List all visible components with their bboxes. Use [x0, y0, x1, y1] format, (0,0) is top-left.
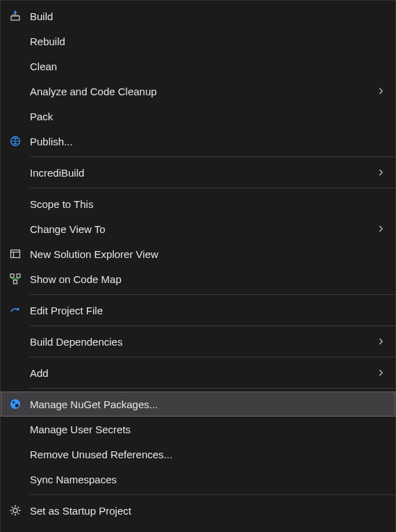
menu-separator: [30, 388, 395, 389]
menu-separator: [30, 156, 395, 157]
menu-item-manage-user-secrets[interactable]: Manage User Secrets: [1, 417, 395, 442]
window-icon: [1, 248, 30, 260]
menu-item-pack[interactable]: Pack: [1, 104, 395, 129]
menu-item-label: IncrediBuild: [30, 167, 374, 179]
menu-item-rebuild[interactable]: Rebuild: [1, 29, 395, 54]
menu-item-label: Pack: [30, 111, 374, 122]
menu-item-label: Edit Project File: [30, 305, 374, 316]
menu-item-sync-namespaces[interactable]: Sync Namespaces: [1, 467, 395, 492]
chevron-right-icon: [374, 366, 388, 379]
edit-icon: [1, 304, 30, 316]
menu-item-remove-unused-references[interactable]: Remove Unused References...: [1, 442, 395, 467]
menu-item-build[interactable]: Build: [1, 3, 395, 29]
menu-item-label: Clean: [30, 61, 374, 72]
menu-item-show-on-code-map[interactable]: Show on Code Map: [1, 266, 395, 291]
menu-item-label: Manage NuGet Packages...: [30, 398, 374, 410]
codemap-icon: [1, 273, 30, 285]
chevron-right-icon: [374, 85, 388, 97]
menu-item-edit-project-file[interactable]: Edit Project File: [1, 298, 395, 323]
menu-separator: [30, 357, 395, 357]
build-icon: [1, 10, 30, 22]
menu-item-publish[interactable]: Publish...: [1, 129, 395, 154]
menu-item-set-as-startup-project[interactable]: Set as Startup Project: [1, 498, 395, 523]
chevron-right-icon: [374, 335, 388, 348]
menu-item-label: Analyze and Code Cleanup: [30, 86, 374, 97]
menu-item-label: Show on Code Map: [30, 273, 374, 285]
publish-icon: [1, 135, 30, 147]
nuget-icon: [1, 398, 30, 410]
menu-item-analyze-and-code-cleanup[interactable]: Analyze and Code Cleanup: [1, 79, 395, 104]
menu-item-label: Scope to This: [30, 198, 374, 210]
menu-item-scope-to-this[interactable]: Scope to This: [1, 191, 395, 216]
menu-item-new-solution-explorer-view[interactable]: New Solution Explorer View: [1, 241, 395, 266]
menu-item-label: Rebuild: [30, 35, 374, 47]
menu-item-label: Sync Namespaces: [30, 474, 374, 485]
menu-item-label: Manage User Secrets: [30, 424, 374, 435]
gear-icon: [1, 504, 30, 517]
chevron-right-icon: [374, 223, 388, 235]
menu-item-label: Build Dependencies: [30, 336, 374, 348]
menu-separator: [30, 294, 395, 295]
menu-item-debug[interactable]: Debug: [1, 523, 395, 532]
menu-separator: [30, 325, 395, 326]
menu-item-label: Change View To: [30, 223, 374, 235]
menu-item-label: Add: [30, 367, 374, 379]
menu-separator: [30, 188, 395, 188]
context-menu: BuildRebuildCleanAnalyze and Code Cleanu…: [0, 0, 396, 532]
menu-item-clean[interactable]: Clean: [1, 54, 395, 79]
menu-item-label: Set as Startup Project: [30, 505, 374, 517]
menu-separator: [30, 494, 395, 495]
menu-item-manage-nuget-packages[interactable]: Manage NuGet Packages...: [1, 392, 395, 417]
menu-item-incredibuild[interactable]: IncrediBuild: [1, 160, 395, 185]
menu-item-label: Debug: [30, 530, 374, 533]
menu-item-label: New Solution Explorer View: [30, 248, 374, 260]
menu-item-add[interactable]: Add: [1, 360, 395, 385]
menu-item-label: Publish...: [30, 136, 374, 147]
menu-item-label: Build: [30, 10, 374, 22]
menu-item-build-dependencies[interactable]: Build Dependencies: [1, 329, 395, 354]
menu-item-label: Remove Unused References...: [30, 449, 374, 460]
chevron-right-icon: [374, 166, 388, 179]
chevron-right-icon: [374, 529, 388, 532]
menu-item-change-view-to[interactable]: Change View To: [1, 216, 395, 241]
